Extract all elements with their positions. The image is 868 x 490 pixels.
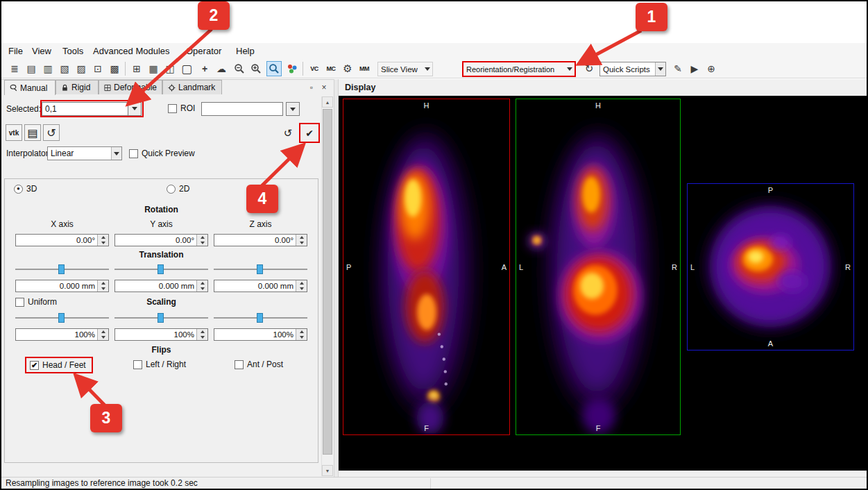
scroll-down-icon[interactable]: ▼	[322, 465, 333, 476]
scaling-y-spinbox[interactable]: 100%	[114, 328, 208, 341]
scaling-z-spinbox[interactable]: 100%	[214, 328, 307, 341]
reset-rotation-button[interactable]: ↺	[280, 126, 296, 141]
mm-tool-icon[interactable]: MM	[357, 61, 372, 76]
translation-x-slider[interactable]	[15, 264, 109, 274]
close-panel-icon[interactable]: ×	[318, 82, 330, 93]
reorientation-registration-dropdown[interactable]: Reorientation/Registration	[462, 61, 576, 77]
spin-down-icon[interactable]	[197, 240, 207, 246]
pencil-icon[interactable]: ✎	[670, 61, 686, 76]
spin-down-icon[interactable]	[98, 286, 108, 292]
grid-mixed-icon[interactable]: ◫	[162, 61, 178, 76]
film-icon[interactable]: ▩	[107, 61, 122, 76]
mc-tool-icon[interactable]: MC	[323, 61, 339, 76]
spin-down-icon[interactable]	[98, 240, 108, 246]
panel-splitter[interactable]	[334, 79, 339, 477]
cloud-icon[interactable]: ☁	[214, 61, 229, 76]
gear-icon[interactable]: ⚙	[340, 61, 355, 76]
translation-x-spinbox[interactable]: 0.000 mm	[15, 280, 109, 292]
spin-up-icon[interactable]	[197, 235, 207, 240]
spin-up-icon[interactable]	[197, 280, 207, 286]
scaling-x-slider[interactable]	[15, 313, 109, 323]
capture-icon[interactable]: ▨	[74, 61, 89, 76]
slider-handle[interactable]	[158, 313, 164, 323]
scaling-y-slider[interactable]	[114, 313, 208, 323]
spin-down-icon[interactable]	[296, 240, 307, 246]
zoom-in-icon[interactable]	[248, 61, 264, 76]
view-sagittal[interactable]: H F P A	[343, 99, 510, 435]
spin-up-icon[interactable]	[197, 329, 207, 335]
view-coronal[interactable]: H F L R	[516, 99, 681, 435]
translation-y-slider[interactable]	[114, 264, 208, 274]
grid-wide-icon[interactable]: ▦	[146, 61, 161, 76]
slider-handle[interactable]	[257, 264, 263, 274]
apply-check-button[interactable]: ✔	[301, 125, 318, 141]
roi-dropdown-button[interactable]	[286, 102, 300, 116]
scaling-x-spinbox[interactable]: 100%	[15, 328, 109, 341]
radio-3d[interactable]: ● 3D	[14, 184, 37, 194]
quick-preview-checkbox[interactable]	[129, 149, 138, 158]
left-right-row[interactable]: Left / Right	[133, 360, 186, 369]
selected-input[interactable]: 0,1	[42, 102, 128, 116]
camera-icon[interactable]: ⊡	[90, 61, 105, 76]
menu-tools[interactable]: Tools	[60, 43, 86, 60]
roi-input[interactable]	[201, 102, 283, 116]
layers-icon[interactable]: ▤	[24, 61, 39, 76]
tab-deformable[interactable]: Deformable	[99, 80, 162, 94]
refresh-icon[interactable]: ↻	[581, 61, 597, 76]
import-icon[interactable]: ▧	[57, 61, 72, 76]
color-dots-icon[interactable]	[284, 61, 300, 76]
single-view-icon[interactable]: ▢	[179, 61, 194, 76]
spin-up-icon[interactable]	[296, 329, 307, 335]
panel-scrollbar[interactable]: ▲ ▼	[321, 96, 333, 476]
spin-down-icon[interactable]	[98, 335, 108, 340]
translation-z-slider[interactable]	[214, 264, 307, 274]
translation-z-spinbox[interactable]: 0.000 mm	[214, 280, 307, 292]
zoom-out-icon[interactable]	[232, 61, 247, 76]
lasso-button[interactable]: ↺	[43, 124, 60, 141]
head-feet-checkbox[interactable]: ✔	[30, 361, 39, 370]
view-axial[interactable]: P A L R	[687, 183, 854, 350]
roi-checkbox[interactable]	[168, 104, 177, 113]
tab-manual[interactable]: Manual	[4, 80, 56, 95]
left-right-checkbox[interactable]	[133, 360, 142, 369]
grid-2x2-icon[interactable]: ⊞	[129, 61, 144, 76]
spin-up-icon[interactable]	[296, 280, 307, 286]
scaling-z-slider[interactable]	[214, 313, 307, 323]
menu-view[interactable]: View	[29, 43, 54, 60]
spin-down-icon[interactable]	[197, 286, 207, 292]
play-icon[interactable]: ▶	[687, 61, 702, 76]
menu-file[interactable]: File	[6, 43, 26, 60]
spin-up-icon[interactable]	[98, 235, 108, 240]
menu-advanced-modules[interactable]: Advanced Modules	[90, 43, 173, 60]
rotation-z-spinbox[interactable]: 0.00°	[214, 234, 307, 246]
vtk-button[interactable]: vtk	[6, 124, 22, 141]
spin-up-icon[interactable]	[98, 329, 108, 335]
ant-post-row[interactable]: Ant / Post	[235, 360, 283, 369]
ant-post-checkbox[interactable]	[235, 360, 244, 369]
head-feet-row[interactable]: ✔ Head / Feet	[30, 360, 86, 370]
spin-down-icon[interactable]	[296, 286, 307, 292]
layers-alt-icon[interactable]: ▥	[40, 61, 56, 76]
slider-handle[interactable]	[158, 264, 164, 274]
menu-operator[interactable]: Operator	[183, 43, 224, 60]
radio-2d[interactable]: 2D	[167, 184, 189, 194]
scroll-up-icon[interactable]: ▲	[322, 96, 333, 108]
tab-rigid[interactable]: Rigid	[56, 80, 99, 94]
globe-icon[interactable]: ⊕	[704, 61, 719, 76]
spin-up-icon[interactable]	[296, 235, 307, 240]
spin-down-icon[interactable]	[296, 335, 307, 340]
selected-dropdown-button[interactable]	[128, 102, 142, 116]
rotation-y-spinbox[interactable]: 0.00°	[114, 234, 208, 246]
spin-up-icon[interactable]	[98, 280, 108, 286]
save-transform-button[interactable]: ▤	[24, 124, 41, 141]
slider-handle[interactable]	[257, 313, 263, 323]
slider-handle[interactable]	[58, 313, 65, 323]
slice-view-dropdown[interactable]: Slice View	[377, 62, 433, 76]
menu-help[interactable]: Help	[233, 43, 257, 60]
magnifier-tool-icon[interactable]	[266, 61, 282, 76]
interpolator-dropdown[interactable]: Linear	[47, 146, 122, 160]
vc-tool-icon[interactable]: VC	[307, 61, 322, 76]
crosshair-icon[interactable]: +	[197, 61, 212, 76]
spin-down-icon[interactable]	[197, 335, 207, 340]
scrollbar-thumb[interactable]	[323, 109, 332, 455]
